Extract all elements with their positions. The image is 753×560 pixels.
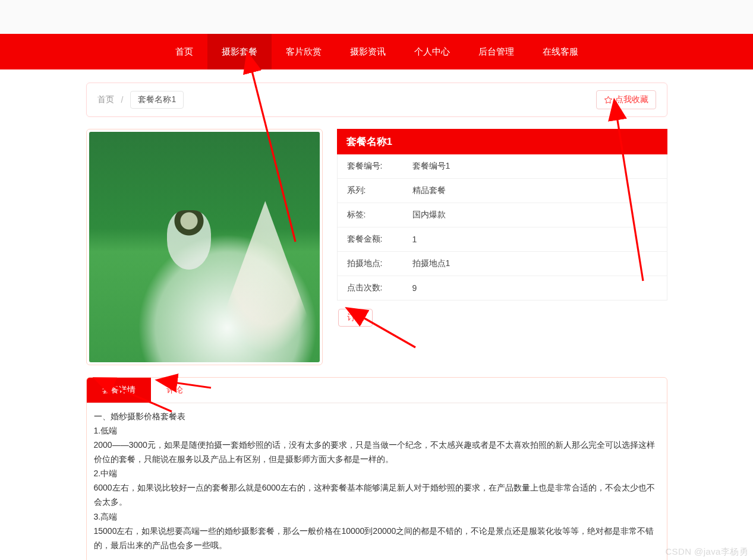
breadcrumb-current[interactable]: 套餐名称1 [130, 91, 184, 109]
favorite-button[interactable]: 点我收藏 [596, 90, 656, 109]
tabs-header: 套餐详情 评论 [87, 378, 667, 403]
label-clicks: 点击次数: [347, 283, 412, 293]
label-tags: 标签: [347, 210, 412, 220]
star-icon [604, 96, 613, 105]
tab-content: 一、婚纱摄影价格套餐表 1.低端 2000——3000元，如果是随便拍摄一套婚纱… [87, 403, 667, 559]
nav-support[interactable]: 在线客服 [528, 34, 593, 69]
table-row: 系列: 精品套餐 [338, 179, 667, 203]
tab-details[interactable]: 套餐详情 [87, 378, 151, 403]
tab-comments[interactable]: 评论 [151, 378, 199, 403]
nav-admin[interactable]: 后台管理 [464, 34, 528, 69]
table-row: 标签: 国内爆款 [338, 203, 667, 227]
breadcrumb-home[interactable]: 首页 [97, 94, 114, 105]
order-button[interactable]: 订购 [338, 309, 373, 327]
package-photo-box [86, 129, 323, 365]
blank-top-bar [0, 0, 753, 34]
nav-profile[interactable]: 个人中心 [400, 34, 464, 69]
content-line: 1.低端 [94, 423, 660, 438]
package-photo [89, 132, 320, 362]
table-row: 拍摄地点: 拍摄地点1 [338, 252, 667, 276]
nav-home[interactable]: 首页 [161, 34, 207, 69]
table-row: 点击次数: 9 [338, 276, 667, 300]
nav-gallery[interactable]: 客片欣赏 [272, 34, 336, 69]
table-row: 套餐金额: 1 [338, 227, 667, 252]
content-line: 15000左右，如果说想要高端一些的婚纱摄影套餐，那么一般价格在10000到20… [94, 524, 660, 552]
table-row: 套餐编号: 套餐编号1 [338, 154, 667, 179]
value-package-no: 套餐编号1 [412, 161, 450, 172]
breadcrumb-separator: / [121, 95, 124, 105]
info-table: 套餐编号: 套餐编号1 系列: 精品套餐 标签: 国内爆款 套餐金额: 1 拍摄… [337, 154, 667, 300]
label-price: 套餐金额: [347, 234, 412, 245]
breadcrumb: 首页 / 套餐名称1 [97, 91, 184, 109]
tabs-card: 套餐详情 评论 一、婚纱摄影价格套餐表 1.低端 2000——3000元，如果是… [86, 377, 667, 560]
value-tags: 国内爆款 [412, 210, 446, 220]
watermark: CSDN @java李杨勇 [665, 546, 748, 558]
label-location: 拍摄地点: [347, 258, 412, 269]
value-series: 精品套餐 [412, 185, 446, 196]
content-line: 6000左右，如果说比较好一点的套餐那么就是6000左右的，这种套餐基本能够满足… [94, 480, 660, 509]
value-price: 1 [412, 235, 417, 244]
nav-news[interactable]: 摄影资讯 [336, 34, 400, 69]
content-line: 2.中端 [94, 466, 660, 480]
content-line: 3.高端 [94, 510, 660, 524]
breadcrumb-card: 首页 / 套餐名称1 点我收藏 [86, 83, 667, 117]
value-location: 拍摄地点1 [412, 258, 450, 269]
content-line: 2000——3000元，如果是随便拍摄一套婚纱照的话，没有太多的要求，只是当做一… [94, 438, 660, 466]
package-title: 套餐名称1 [337, 129, 667, 154]
content-line: 一、婚纱摄影价格套餐表 [94, 409, 660, 423]
label-package-no: 套餐编号: [347, 161, 412, 172]
nav-packages[interactable]: 摄影套餐 [207, 34, 272, 69]
label-series: 系列: [347, 185, 412, 196]
nav-bar: 首页 摄影套餐 客片欣赏 摄影资讯 个人中心 后台管理 在线客服 [0, 34, 753, 69]
value-clicks: 9 [412, 283, 417, 293]
favorite-label: 点我收藏 [615, 94, 648, 105]
